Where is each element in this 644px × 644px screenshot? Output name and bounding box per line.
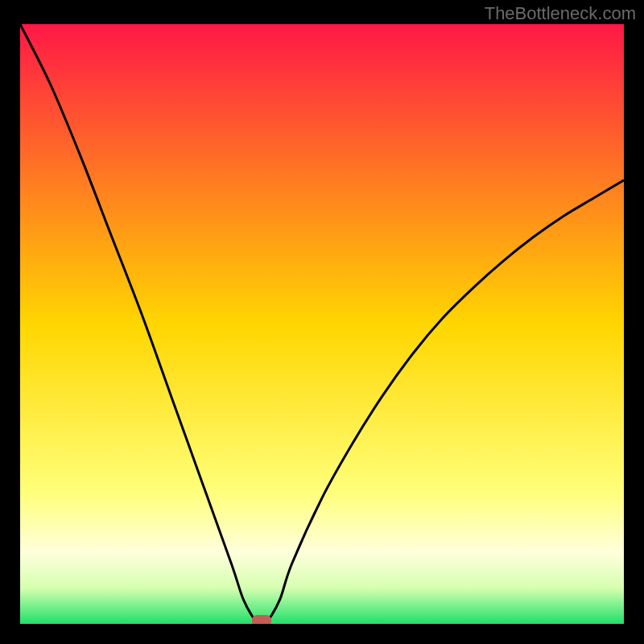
bottleneck-curve-chart [20, 24, 624, 624]
chart-container: TheBottleneck.com [0, 0, 644, 644]
plot-area [20, 24, 624, 624]
optimum-marker [252, 615, 271, 624]
attribution-text: TheBottleneck.com [485, 3, 636, 24]
gradient-background [20, 24, 624, 624]
